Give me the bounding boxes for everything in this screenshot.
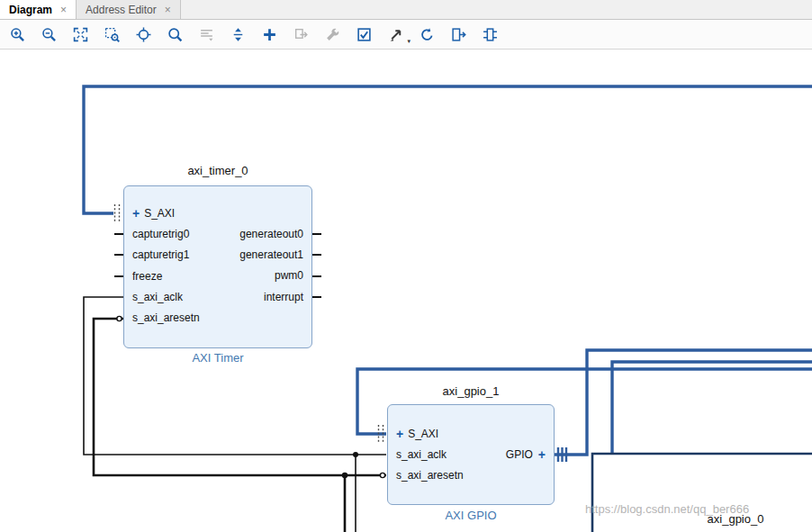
timer-right-ports: generateout0generateout1pwm0interrupt <box>123 223 312 307</box>
collapse-layout-button <box>197 25 215 43</box>
tab-address-editor[interactable]: Address Editor × <box>77 0 181 19</box>
collapse-layout-icon <box>199 27 214 42</box>
port-label: S_AXI <box>408 428 438 440</box>
expand-plus-icon[interactable]: + <box>132 206 140 221</box>
port-gpio[interactable]: GPIO+ <box>387 444 555 464</box>
reset-bubble-icon <box>117 316 122 320</box>
port-pwm0[interactable]: pwm0 <box>123 266 312 286</box>
port-label: pwm0 <box>275 269 303 282</box>
watermark: https://blog.csdn.net/qq_ber666 <box>585 502 749 516</box>
junction-dot <box>342 473 347 478</box>
regenerate-layout-icon <box>420 27 435 42</box>
block-title: axi_timer_0 <box>123 164 312 177</box>
expand-layout-button[interactable] <box>229 25 247 43</box>
expand-layout-icon <box>230 27 246 42</box>
settings-wrench-button <box>323 25 341 43</box>
zoom-fit-button[interactable] <box>71 25 89 43</box>
port-label: s_axi_aresetn <box>396 469 464 482</box>
center-view-icon <box>136 27 151 42</box>
tab-bar: Diagram × Address Editor × <box>0 0 812 20</box>
zoom-in-button[interactable] <box>8 25 26 43</box>
port-s-axi[interactable]: +S_AXI <box>123 203 312 223</box>
make-connection-icon <box>293 27 309 42</box>
validate-design-icon <box>356 27 372 42</box>
reset-bubble-icon <box>380 473 384 477</box>
net-gpio1-gpio-bus[interactable] <box>555 350 812 455</box>
validate-design-button[interactable] <box>355 25 373 43</box>
expand-plus-icon[interactable]: + <box>538 447 546 462</box>
add-ip-icon <box>262 27 277 42</box>
block-type-label: AXI Timer <box>123 351 312 365</box>
tab-diagram[interactable]: Diagram × <box>0 0 77 19</box>
center-view-button[interactable] <box>134 25 152 43</box>
block-type-label: AXI GPIO <box>387 509 555 522</box>
port-s-axi[interactable]: +S_AXI <box>387 423 555 444</box>
interface-ports-button[interactable] <box>481 25 499 43</box>
search-button[interactable] <box>166 25 184 43</box>
zoom-out-icon <box>41 27 57 42</box>
make-external-icon <box>388 27 403 42</box>
port-label: interrupt <box>264 291 303 303</box>
toolbar: ▾ <box>0 20 812 50</box>
search-icon <box>167 27 183 42</box>
regenerate-layout-button[interactable] <box>418 25 436 43</box>
close-icon[interactable]: × <box>60 4 67 16</box>
optimize-routing-icon <box>451 27 466 42</box>
block-title: axi_gpio_1 <box>387 384 555 398</box>
zoom-out-button[interactable] <box>40 25 58 43</box>
port-s-axi-aresetn[interactable]: s_axi_aresetn <box>387 464 555 485</box>
port-label: generateout0 <box>239 228 303 240</box>
tab-diagram-label: Diagram <box>9 4 52 16</box>
zoom-in-icon <box>10 27 25 42</box>
expand-plus-icon[interactable]: + <box>396 427 403 441</box>
net-bus-right[interactable] <box>612 362 812 454</box>
gpio1-right-ports: GPIO+ <box>387 444 555 464</box>
make-connection-button <box>292 25 310 43</box>
close-icon[interactable]: × <box>165 4 171 16</box>
port-label: generateout1 <box>239 248 303 261</box>
make-external-button[interactable]: ▾ <box>386 25 404 43</box>
port-label: S_AXI <box>144 207 175 220</box>
port-label: s_axi_aresetn <box>132 311 200 324</box>
junction-dot <box>353 452 358 457</box>
diagram-canvas[interactable]: axi_timer_0 +S_AXIcapturetrig0capturetri… <box>0 50 812 532</box>
dropdown-caret-icon[interactable]: ▾ <box>407 38 411 45</box>
zoom-to-selection-icon <box>104 27 120 42</box>
port-generateout0[interactable]: generateout0 <box>123 223 312 244</box>
add-ip-button[interactable] <box>260 25 278 43</box>
settings-wrench-icon <box>325 27 340 42</box>
interface-ports-icon <box>483 27 498 42</box>
zoom-to-selection-button[interactable] <box>103 25 121 43</box>
port-interrupt[interactable]: interrupt <box>123 286 312 307</box>
port-s-axi-aresetn[interactable]: s_axi_aresetn <box>123 307 312 328</box>
port-label: GPIO <box>506 448 533 461</box>
zoom-fit-icon <box>73 27 88 42</box>
optimize-routing-button[interactable] <box>449 25 467 43</box>
tab-address-editor-label: Address Editor <box>86 4 157 16</box>
port-generateout1[interactable]: generateout1 <box>123 244 312 265</box>
